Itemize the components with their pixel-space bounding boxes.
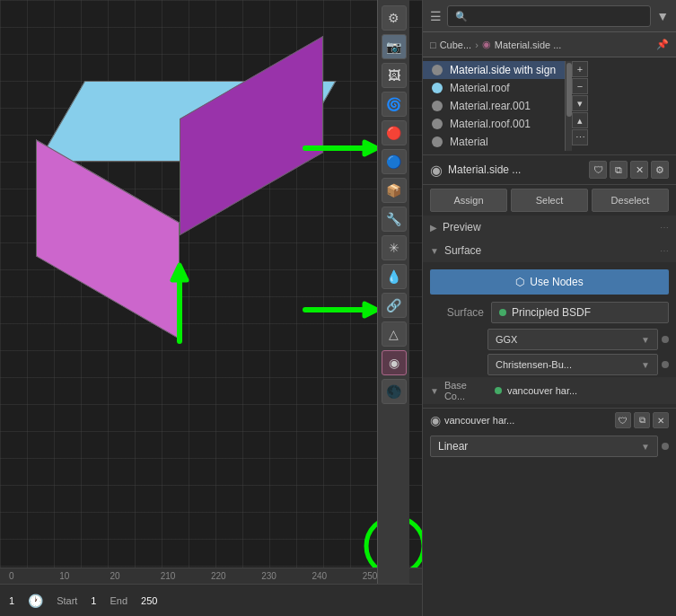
timeline-end-label: End bbox=[110, 595, 127, 606]
surface-section-title: Surface bbox=[444, 244, 654, 257]
tool-strip: ⚙ 📷 🖼 🌀 🔴 🔵 📦 🔧 ✳ 💧 🔗 △ ◉ 🌑 bbox=[377, 0, 409, 584]
ggx-dropdown[interactable]: GGX ▼ bbox=[487, 329, 658, 350]
bottom-material-row: ◉ vancouver har... 🛡 ⧉ ✕ bbox=[423, 408, 676, 432]
christensen-arrow-icon: ▼ bbox=[641, 360, 650, 370]
material-name-2: Material.rear.001 bbox=[450, 100, 531, 112]
christensen-dot bbox=[662, 361, 669, 368]
use-nodes-icon: ⬡ bbox=[515, 276, 524, 288]
material-dot-3 bbox=[432, 119, 443, 129]
material-settings-button[interactable]: ⚙ bbox=[651, 161, 669, 179]
material-item-4[interactable]: Material bbox=[423, 133, 565, 151]
material-slot-actions: 🛡 ⧉ ✕ ⚙ bbox=[589, 161, 669, 179]
base-color-label: Base Co... bbox=[444, 380, 489, 401]
christensen-dropdown[interactable]: Christensen-Bu... ▼ bbox=[487, 354, 658, 375]
material-item-1[interactable]: Material.roof bbox=[423, 79, 565, 97]
linear-arrow-icon: ▼ bbox=[641, 442, 650, 452]
material-add-button[interactable]: + bbox=[572, 61, 588, 77]
tool-world-icon[interactable]: 🔵 bbox=[382, 149, 407, 174]
deselect-button[interactable]: Deselect bbox=[592, 189, 669, 212]
viewport-container: 0 10 20 210 220 230 240 250 1 🕐 Start 1 … bbox=[0, 0, 422, 616]
tool-shading-icon[interactable]: 🌑 bbox=[382, 379, 407, 404]
preview-toggle-icon: ▶ bbox=[430, 223, 437, 233]
surface-section-content: ⬡ Use Nodes Surface Principled BSDF GGX … bbox=[423, 262, 676, 408]
tool-data-icon[interactable]: △ bbox=[382, 321, 407, 347]
material-list-section: Material.side with sign Material.roof Ma… bbox=[423, 57, 676, 155]
base-color-value: vancouver har... bbox=[507, 385, 669, 396]
christensen-row: Christensen-Bu... ▼ bbox=[423, 352, 676, 377]
principled-bsdf-selector[interactable]: Principled BSDF bbox=[491, 302, 669, 323]
timeline-bar: 1 🕐 Start 1 End 250 bbox=[0, 584, 422, 616]
timeline-current-frame: 1 bbox=[9, 595, 14, 606]
bottom-shield-button[interactable]: 🛡 bbox=[615, 412, 631, 428]
pin-icon[interactable]: 📌 bbox=[656, 39, 669, 50]
bottom-copy-button[interactable]: ⧉ bbox=[634, 412, 650, 428]
base-color-dot bbox=[495, 387, 502, 394]
timeline-start-label: Start bbox=[57, 595, 77, 606]
material-slot-icon: ◉ bbox=[430, 162, 443, 179]
material-more-button[interactable]: ⋯ bbox=[572, 129, 588, 145]
tool-physics-icon[interactable]: 💧 bbox=[382, 264, 407, 289]
material-name-4: Material bbox=[450, 136, 488, 148]
bottom-mat-name: vancouver har... bbox=[444, 415, 611, 426]
tool-material-icon[interactable]: ◉ bbox=[382, 350, 407, 375]
material-item-3[interactable]: Material.roof.001 bbox=[423, 115, 565, 133]
ggx-arrow-icon: ▼ bbox=[641, 335, 650, 345]
select-button[interactable]: Select bbox=[511, 189, 588, 212]
material-list-scroll-thumb[interactable] bbox=[566, 63, 572, 117]
linear-dropdown[interactable]: Linear ▼ bbox=[430, 436, 658, 457]
viewport-canvas bbox=[0, 0, 422, 584]
material-unlink-button[interactable]: ✕ bbox=[630, 161, 648, 179]
tool-constraints-icon[interactable]: 🔗 bbox=[382, 293, 407, 318]
material-shield-button[interactable]: 🛡 bbox=[589, 161, 607, 179]
material-down-button[interactable]: ▾ bbox=[572, 95, 588, 111]
tool-modifier-icon[interactable]: 🔧 bbox=[382, 207, 407, 232]
use-nodes-label: Use Nodes bbox=[530, 276, 583, 288]
material-list-scrollbar[interactable] bbox=[565, 61, 572, 151]
properties-panel: ☰ ▼ □ Cube... › ◉ Material.side ... 📌 Ma… bbox=[422, 0, 676, 616]
material-name-3: Material.roof.001 bbox=[450, 118, 531, 130]
bottom-mat-icon: ◉ bbox=[430, 413, 441, 427]
material-dot-1 bbox=[432, 83, 443, 93]
material-copy-button[interactable]: ⧉ bbox=[610, 161, 628, 179]
linear-label: Linear bbox=[438, 440, 468, 453]
material-name-0: Material.side with sign bbox=[450, 64, 556, 76]
tool-scene-icon[interactable]: 🔴 bbox=[382, 120, 407, 145]
tool-object-icon[interactable]: 📦 bbox=[382, 178, 407, 203]
tool-render-icon[interactable]: 📷 bbox=[382, 34, 407, 59]
viewport[interactable] bbox=[0, 0, 422, 584]
assign-button[interactable]: Assign bbox=[430, 189, 507, 212]
surface-section-header[interactable]: ▼ Surface ⋯ bbox=[423, 239, 676, 262]
tool-view-layer-icon[interactable]: 🌀 bbox=[382, 92, 407, 117]
breadcrumb-material[interactable]: Material.side ... bbox=[495, 40, 562, 50]
material-remove-button[interactable]: − bbox=[572, 78, 588, 94]
material-up-button[interactable]: ▴ bbox=[572, 112, 588, 128]
search-input[interactable] bbox=[447, 5, 651, 27]
breadcrumb-object[interactable]: Cube... bbox=[440, 40, 471, 50]
material-dot-2 bbox=[432, 101, 443, 111]
properties-header: ☰ ▼ bbox=[423, 0, 676, 32]
surface-property-row: Surface Principled BSDF bbox=[423, 298, 676, 327]
bsdf-label: Principled BSDF bbox=[512, 306, 591, 319]
bottom-unlink-button[interactable]: ✕ bbox=[653, 412, 669, 428]
tool-output-icon[interactable]: 🖼 bbox=[382, 63, 407, 88]
properties-menu-icon[interactable]: ☰ bbox=[430, 9, 442, 23]
use-nodes-button[interactable]: ⬡ Use Nodes bbox=[430, 269, 669, 295]
surface-toggle-icon: ▼ bbox=[430, 246, 439, 256]
base-color-row: ▼ Base Co... vancouver har... bbox=[423, 377, 676, 404]
timeline-clock-icon: 🕐 bbox=[28, 594, 43, 608]
tool-particles-icon[interactable]: ✳ bbox=[382, 235, 407, 260]
surface-section-dots: ⋯ bbox=[660, 246, 669, 256]
properties-options-icon[interactable]: ▼ bbox=[656, 9, 669, 23]
material-dot-0 bbox=[432, 65, 443, 75]
material-slot-row: ◉ Material.side ... 🛡 ⧉ ✕ ⚙ bbox=[430, 161, 669, 179]
ggx-label: GGX bbox=[496, 334, 517, 345]
preview-section-header[interactable]: ▶ Preview ⋯ bbox=[423, 216, 676, 239]
breadcrumb-separator: › bbox=[475, 40, 478, 50]
timeline-start-value: 1 bbox=[91, 595, 96, 606]
surface-property-label: Surface bbox=[430, 306, 484, 319]
material-item-0[interactable]: Material.side with sign bbox=[423, 61, 565, 79]
base-color-toggle-icon[interactable]: ▼ bbox=[430, 386, 439, 396]
material-item-2[interactable]: Material.rear.001 bbox=[423, 97, 565, 115]
preview-section-title: Preview bbox=[443, 221, 654, 233]
tool-properties-icon[interactable]: ⚙ bbox=[382, 5, 407, 31]
